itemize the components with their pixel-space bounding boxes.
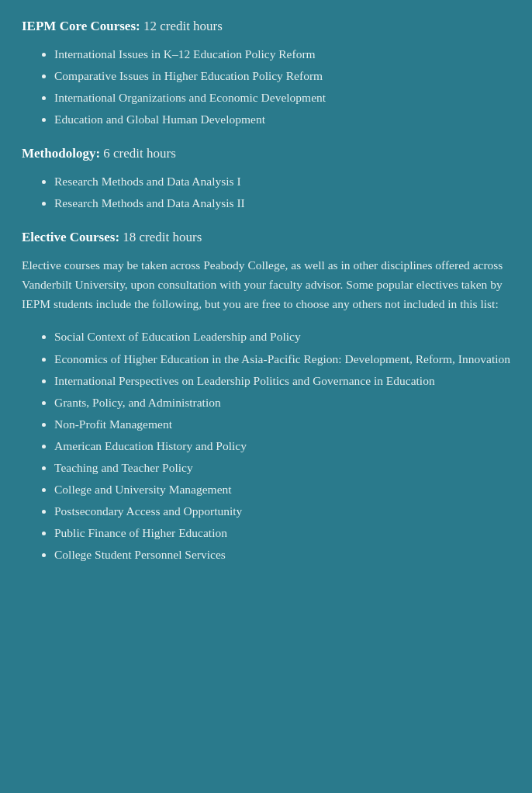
list-item: Postsecondary Access and Opportunity <box>54 502 510 521</box>
methodology-list: Research Methods and Data Analysis I Res… <box>22 172 510 213</box>
list-item: International Perspectives on Leadership… <box>54 372 510 390</box>
list-item: College and University Management <box>54 480 510 499</box>
list-item: International Organizations and Economic… <box>54 88 510 107</box>
list-item: Education and Global Human Development <box>54 110 510 129</box>
list-item: Public Finance of Higher Education <box>54 524 510 542</box>
methodology-heading-bold: Methodology: <box>22 146 100 161</box>
iepm-core-list: International Issues in K–12 Education P… <box>22 45 510 129</box>
methodology-section: Methodology: 6 credit hours Research Met… <box>22 146 510 213</box>
elective-list: Social Context of Education Leadership a… <box>22 327 510 563</box>
list-item: Research Methods and Data Analysis II <box>54 194 510 213</box>
list-item: Teaching and Teacher Policy <box>54 459 510 477</box>
methodology-heading: Methodology: 6 credit hours <box>22 146 510 161</box>
iepm-core-heading-bold: IEPM Core Courses: <box>22 19 140 33</box>
elective-heading-bold: Elective Courses: <box>22 230 119 244</box>
list-item: American Education History and Policy <box>54 437 510 455</box>
iepm-core-heading-rest: 12 credit hours <box>140 19 223 33</box>
iepm-core-heading: IEPM Core Courses: 12 credit hours <box>22 19 510 34</box>
list-item: International Issues in K–12 Education P… <box>54 45 510 64</box>
list-item: Non-Profit Management <box>54 415 510 434</box>
list-item: Social Context of Education Leadership a… <box>54 327 510 346</box>
elective-description: Elective courses may be taken across Pea… <box>22 256 510 313</box>
elective-heading-rest: 18 credit hours <box>119 230 202 244</box>
elective-heading: Elective Courses: 18 credit hours <box>22 230 510 245</box>
iepm-core-section: IEPM Core Courses: 12 credit hours Inter… <box>22 19 510 129</box>
list-item: Research Methods and Data Analysis I <box>54 172 510 191</box>
list-item: Grants, Policy, and Administration <box>54 393 510 412</box>
list-item: Economics of Higher Education in the Asi… <box>54 350 510 369</box>
list-item: College Student Personnel Services <box>54 545 510 564</box>
elective-section: Elective Courses: 18 credit hours Electi… <box>22 230 510 564</box>
list-item: Comparative Issues in Higher Education P… <box>54 67 510 85</box>
methodology-heading-rest: 6 credit hours <box>100 146 176 161</box>
